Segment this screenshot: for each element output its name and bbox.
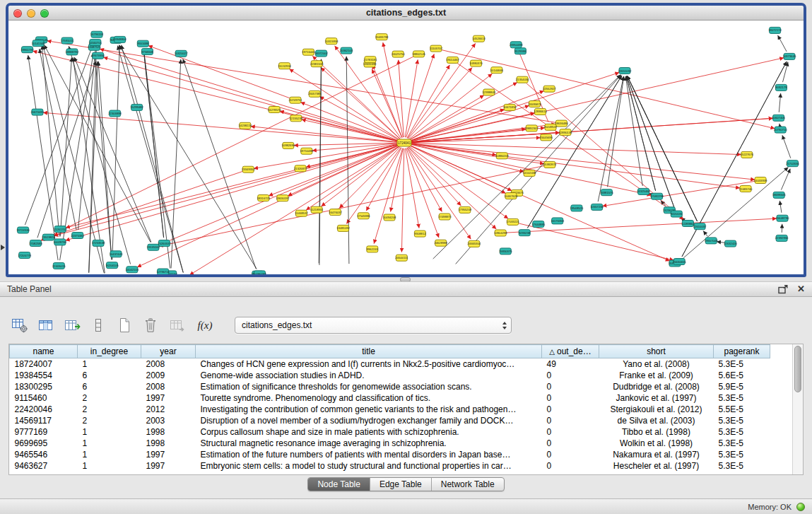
graph-edge[interactable] <box>171 59 181 269</box>
graph-node[interactable]: 18698345 <box>772 192 786 198</box>
graph-node[interactable]: 24644111 <box>395 255 408 261</box>
graph-node[interactable]: 19135162 <box>147 244 160 250</box>
graph-edge[interactable] <box>112 45 120 259</box>
graph-node[interactable]: 24325460 <box>637 188 650 194</box>
graph-edge[interactable] <box>608 76 624 187</box>
table-row[interactable]: 911546021997Tourette syndrome. Phenomeno… <box>10 392 770 404</box>
graph-edge[interactable] <box>54 144 399 236</box>
graph-edge[interactable] <box>319 97 399 141</box>
graph-node[interactable]: 13481092 <box>336 225 350 231</box>
column-visibility-button[interactable] <box>36 315 56 335</box>
graph-node[interactable]: 20362103 <box>340 47 353 54</box>
table-row[interactable]: 1938455462009Genome-wide association stu… <box>10 370 770 381</box>
graph-node[interactable]: 22375382 <box>71 233 84 239</box>
table-row[interactable]: 969969511998Structural magnetic resonanc… <box>10 438 770 449</box>
graph-node[interactable]: 23445695 <box>539 134 553 141</box>
graph-node[interactable]: 10980370 <box>469 60 483 66</box>
graph-node[interactable]: 19557048 <box>705 238 718 244</box>
float-panel-icon[interactable] <box>778 285 788 294</box>
graph-node[interactable]: 9129386 <box>514 48 526 54</box>
graph-node[interactable]: 10982690 <box>281 142 295 148</box>
graph-edge[interactable] <box>703 231 707 237</box>
graph-edge[interactable] <box>95 53 112 260</box>
graph-node[interactable]: 19710488 <box>300 148 313 154</box>
graph-node[interactable]: 15595871 <box>528 101 541 107</box>
graph-node[interactable]: 10141345 <box>32 40 45 47</box>
network-canvas[interactable]: 2208712112974145101413451434070116796118… <box>8 21 804 274</box>
graph-node[interactable]: 12796711 <box>156 269 170 274</box>
tab-node-table[interactable]: Node Table <box>308 478 370 491</box>
graph-edge[interactable] <box>783 62 789 83</box>
graph-edge[interactable] <box>408 148 471 240</box>
graph-node[interactable]: 15382874 <box>543 161 556 168</box>
graph-node[interactable]: 12155235 <box>289 115 302 122</box>
graph-node[interactable]: 17082593 <box>29 240 42 247</box>
memory-status-led[interactable] <box>796 503 805 511</box>
graph-node[interactable]: 10320027 <box>175 50 188 57</box>
graph-node[interactable]: 11218931 <box>310 206 324 213</box>
graph-node[interactable]: 9962243 <box>367 246 379 252</box>
graph-node[interactable]: 18316725 <box>257 195 270 201</box>
graph-node[interactable]: 22405015 <box>52 263 66 269</box>
graph-node[interactable]: 22303898 <box>108 110 122 117</box>
network-view-window[interactable]: citations_edges.txt 22087121129741451014… <box>6 3 806 277</box>
new-column-button[interactable] <box>62 315 82 335</box>
graph-node[interactable]: 19892307 <box>525 125 539 132</box>
graph-node[interactable]: 21354030 <box>516 76 529 83</box>
graph-edge[interactable] <box>410 144 544 164</box>
graph-edge[interactable] <box>408 147 497 230</box>
graph-edge[interactable] <box>409 146 506 194</box>
graph-edge[interactable] <box>778 35 787 52</box>
graph-node[interactable]: 19548526 <box>570 205 584 211</box>
column-header-name[interactable]: name <box>10 345 78 358</box>
table-row[interactable]: 977716911998Corpus callosum shape and si… <box>10 426 770 438</box>
table-selector-dropdown[interactable]: citations_edges.txt <box>235 317 512 334</box>
graph-edge[interactable] <box>779 201 782 213</box>
graph-edge[interactable] <box>779 93 780 112</box>
import-table-button[interactable] <box>167 315 187 335</box>
graph-node[interactable]: 20749751 <box>289 97 302 103</box>
tab-edge-table[interactable]: Edge Table <box>370 478 431 491</box>
graph-edge[interactable] <box>406 148 439 238</box>
graph-node[interactable]: 15693798 <box>375 34 389 40</box>
table-row[interactable]: 1830029562008Estimation of significance … <box>10 381 770 392</box>
graph-edge[interactable] <box>346 148 401 224</box>
graph-node[interactable]: 20670091 <box>31 109 45 115</box>
graph-edge[interactable] <box>312 56 400 139</box>
graph-node[interactable]: 17591011 <box>61 37 74 44</box>
graph-node[interactable]: 22552927 <box>543 86 556 92</box>
graph-node[interactable]: 15630655 <box>673 259 686 265</box>
graph-node[interactable]: 16981576 <box>600 189 613 196</box>
row-selector-button[interactable] <box>88 315 108 335</box>
graph-node[interactable]: 15227676 <box>740 151 753 158</box>
graph-node[interactable]: 10467626 <box>505 193 518 199</box>
window-titlebar[interactable]: citations_edges.txt <box>8 6 804 21</box>
graph-node[interactable]: 10315958 <box>325 38 339 45</box>
graph-node[interactable]: 19014467 <box>446 57 459 63</box>
graph-edge[interactable] <box>254 144 399 168</box>
table-row[interactable]: 1456911722003Disruption of a novel membe… <box>10 415 770 426</box>
graph-node[interactable]: 14102436 <box>523 170 536 176</box>
graph-edge[interactable] <box>25 40 95 225</box>
graph-node[interactable]: 16476037 <box>329 209 342 216</box>
graph-node[interactable]: 24278570 <box>268 107 281 113</box>
graph-node[interactable]: 17955209 <box>458 206 471 213</box>
graph-node[interactable]: 12886614 <box>534 108 547 115</box>
graph-node[interactable]: 9308812 <box>414 230 426 237</box>
graph-node[interactable]: 18372002 <box>314 50 328 57</box>
graph-node[interactable]: 20249537 <box>544 124 558 130</box>
hidden-panel-arrow[interactable] <box>1 245 5 250</box>
graph-node[interactable]: 19630197 <box>276 195 290 201</box>
graph-node[interactable]: 17644885 <box>531 221 545 228</box>
graph-node[interactable]: 22392956 <box>775 235 789 241</box>
graph-edge[interactable] <box>269 145 399 196</box>
graph-node[interactable]: 19961787 <box>20 47 34 53</box>
vertical-scrollbar[interactable] <box>792 344 803 474</box>
graph-edge[interactable] <box>391 148 404 212</box>
graph-node[interactable]: 12890138 <box>559 129 572 136</box>
graph-node[interactable]: 17082298 <box>650 193 664 199</box>
graph-edge[interactable] <box>366 148 401 211</box>
graph-node[interactable]: 21326877 <box>294 165 307 172</box>
table-row[interactable]: 946362711997Embryonic stem cells: a mode… <box>10 460 770 472</box>
graph-edge[interactable] <box>410 144 740 188</box>
